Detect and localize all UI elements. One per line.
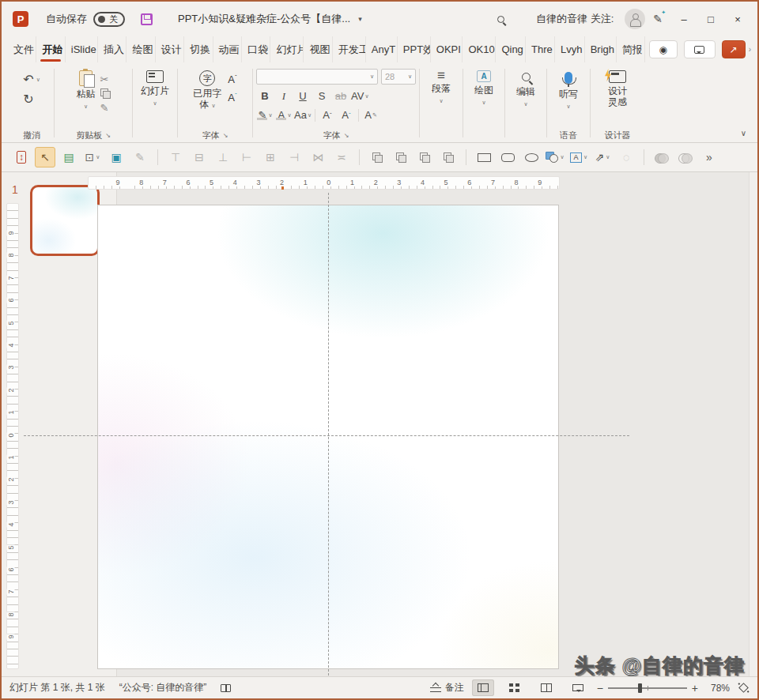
align-right-icon[interactable]: ⊣ — [284, 147, 304, 167]
normal-view-button[interactable] — [472, 679, 494, 696]
tab-设计[interactable]: 设计 — [156, 36, 184, 62]
autosave-control[interactable]: 自动保存 关 — [46, 12, 125, 27]
italic-button[interactable]: I — [275, 90, 293, 103]
format-painter-icon[interactable]: ✎ — [130, 147, 150, 167]
rounded-rectangle-shape-button[interactable] — [497, 147, 518, 167]
font-name-combobox[interactable]: ∨ — [256, 69, 378, 85]
tab-iSlide[interactable]: iSlide — [66, 36, 98, 62]
slide-layout-icon[interactable]: ▣ — [106, 147, 126, 167]
text-shadow-button[interactable]: S — [313, 90, 330, 102]
spellcheck-icon[interactable] — [221, 684, 231, 692]
strikethrough-button[interactable]: ab — [332, 90, 349, 102]
minimize-button[interactable]: – — [670, 7, 697, 31]
align-middle-icon[interactable]: ⊟ — [189, 147, 210, 167]
merge-shapes-union-icon[interactable] — [651, 147, 672, 167]
avatar[interactable] — [625, 9, 645, 29]
slide-layout-button[interactable]: 幻灯片 ∨ — [141, 67, 169, 129]
align-left-icon[interactable]: ⊢ — [236, 147, 257, 167]
bring-forward-icon[interactable] — [414, 147, 435, 167]
close-button[interactable]: × — [724, 7, 751, 31]
tab-切换[interactable]: 切换 — [184, 36, 213, 62]
record-button[interactable]: ◉ — [649, 40, 678, 58]
autosave-toggle[interactable]: 关 — [93, 12, 125, 27]
tab-Qing[interactable]: Qing — [496, 36, 526, 62]
ribbon-options-chevron-icon[interactable]: › — [749, 45, 751, 54]
shrink-font-button[interactable]: Aˇ — [228, 92, 236, 103]
tab-动画[interactable]: 动画 — [213, 36, 242, 62]
character-spacing-button[interactable]: AV∨ — [351, 90, 369, 102]
send-backward-icon[interactable] — [438, 147, 459, 167]
undo-button[interactable]: ↶∨ — [23, 72, 40, 87]
line-arrow-button[interactable]: ⇗∨ — [592, 147, 613, 167]
collapse-ribbon-icon[interactable]: ∨ — [741, 129, 746, 137]
tab-开发工具[interactable]: 开发工具 — [333, 36, 366, 62]
change-case-button[interactable]: Aa∨ — [294, 109, 312, 121]
comments-button[interactable] — [684, 40, 716, 58]
distribute-horizontal-icon[interactable]: ⋈ — [308, 147, 328, 167]
tab-开始[interactable]: 开始 — [36, 36, 65, 62]
tab-OKPI[interactable]: OKPI — [431, 36, 463, 62]
align-tools-icon[interactable]: ▤ — [59, 147, 79, 167]
tab-Lvyh[interactable]: Lvyh — [555, 36, 585, 62]
rectangle-shape-button[interactable] — [474, 147, 494, 167]
decrease-font-size-button[interactable]: Aˇ — [338, 109, 355, 121]
align-bottom-icon[interactable]: ⊥ — [213, 147, 233, 167]
copy-button[interactable] — [100, 88, 111, 99]
font-dialog-launcher-icon[interactable]: ↘ — [344, 132, 349, 139]
align-top-icon[interactable]: ⊤ — [165, 147, 186, 167]
merge-shapes-combine-icon[interactable] — [675, 147, 696, 167]
distribute-vertical-icon[interactable]: ≍ — [331, 147, 352, 167]
slideshow-view-button[interactable] — [567, 679, 589, 696]
horizontal-ruler[interactable]: 9876543210123456789 — [88, 176, 560, 190]
tab-简报[interactable]: 简报 — [617, 36, 645, 62]
tab-插入[interactable]: 插入 — [98, 36, 126, 62]
zoom-in-button[interactable]: + — [692, 682, 698, 694]
align-center-icon[interactable]: ⊞ — [260, 147, 281, 167]
notes-button[interactable]: 备注 — [430, 681, 464, 694]
powerpoint-logo-icon[interactable]: P — [13, 11, 28, 27]
fit-slide-to-window-button[interactable] — [738, 683, 749, 693]
object-snap-icon[interactable]: ⊡∨ — [82, 147, 103, 167]
design-ideas-button[interactable]: 设计 灵感 — [608, 67, 627, 129]
paste-button[interactable]: 粘贴 ∨ — [77, 67, 96, 129]
search-icon[interactable] — [497, 16, 504, 23]
tab-Brigh[interactable]: Brigh — [585, 36, 617, 62]
text-box-button[interactable]: A∨ — [568, 147, 589, 167]
drawing-button[interactable]: A 绘图 ∨ — [474, 67, 493, 129]
tab-口袋[interactable]: 口袋 — [242, 36, 270, 62]
slide-sorter-view-button[interactable] — [504, 679, 526, 696]
clipboard-dialog-launcher-icon[interactable]: ↘ — [105, 132, 111, 139]
tab-PPT效[interactable]: PPT效 — [398, 36, 431, 62]
used-fonts-button[interactable]: 字 已用字 体 ∨ — [193, 67, 221, 129]
tab-Thre[interactable]: Thre — [526, 36, 555, 62]
used-fonts-dialog-launcher-icon[interactable]: ↘ — [223, 132, 228, 139]
save-icon[interactable] — [141, 13, 153, 25]
text-highlight-button[interactable]: ✎∨ — [256, 111, 274, 120]
ellipse-shape-button[interactable] — [521, 147, 542, 167]
freeform-icon[interactable]: ◌ — [616, 147, 636, 167]
shapes-gallery-button[interactable]: ∨ — [545, 147, 565, 167]
pen-effects-icon[interactable]: ✎ — [653, 13, 663, 25]
tab-视图[interactable]: 视图 — [304, 36, 332, 62]
font-color-button[interactable]: A∨ — [275, 111, 293, 120]
paragraph-button[interactable]: ≡ 段落 ∨ — [432, 67, 451, 129]
reading-view-button[interactable] — [535, 679, 557, 696]
maximize-button[interactable]: □ — [697, 7, 724, 31]
fit-slide-height-icon[interactable]: ↕ — [11, 147, 32, 167]
editing-button[interactable]: 编辑 ∨ — [516, 67, 535, 129]
tab-OK10[interactable]: OK10 — [463, 36, 496, 62]
select-objects-icon[interactable]: ↖ — [35, 147, 55, 167]
tab-幻灯片[interactable]: 幻灯片 — [270, 36, 304, 62]
format-painter-button[interactable]: ✎ — [100, 102, 111, 114]
zoom-slider-handle[interactable] — [638, 683, 642, 693]
send-to-back-icon[interactable] — [391, 147, 411, 167]
vertical-ruler[interactable]: 9876543210123456789 — [6, 203, 19, 669]
vertical-guide[interactable] — [328, 193, 329, 679]
account-name[interactable]: 自律的音律 关注: — [536, 12, 614, 26]
zoom-slider[interactable] — [608, 687, 687, 689]
vertical-scrollbar[interactable] — [749, 172, 757, 679]
zoom-percentage[interactable]: 78% — [706, 683, 730, 694]
zoom-out-button[interactable]: − — [597, 682, 603, 694]
tab-AnyT[interactable]: AnyT — [366, 36, 398, 62]
slide-thumbnail[interactable] — [30, 185, 100, 256]
